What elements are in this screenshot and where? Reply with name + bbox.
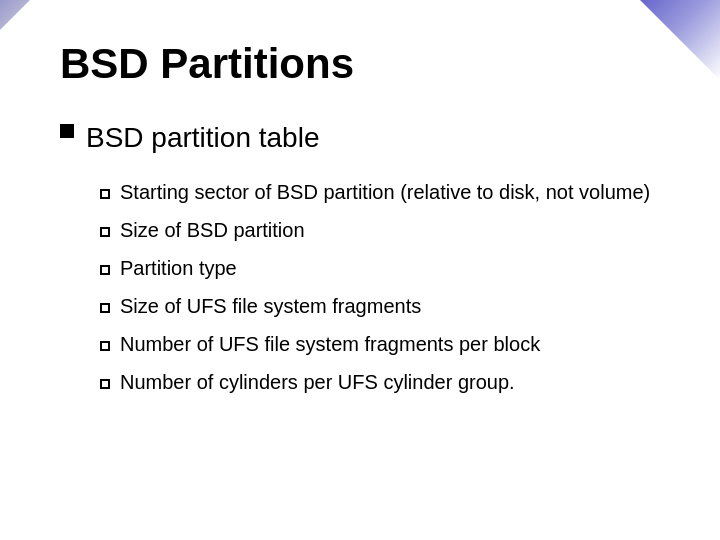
sub-bullet-marker-icon bbox=[100, 177, 110, 207]
sub-bullet-text: Number of UFS file system fragments per … bbox=[120, 329, 540, 359]
sub-bullet-marker-icon bbox=[100, 291, 110, 321]
sub-bullet-text: Starting sector of BSD partition (relati… bbox=[120, 177, 650, 207]
sub-bullet-text: Partition type bbox=[120, 253, 237, 283]
slide-content: BSD Partitions BSD partition table Start… bbox=[0, 0, 720, 445]
sub-bullet-item: Size of UFS file system fragments bbox=[100, 291, 660, 321]
main-bullet-item: BSD partition table bbox=[60, 118, 660, 157]
sub-bullet-text: Size of UFS file system fragments bbox=[120, 291, 421, 321]
sub-bullet-item: Number of cylinders per UFS cylinder gro… bbox=[100, 367, 660, 397]
sub-bullet-marker-icon bbox=[100, 329, 110, 359]
sub-bullets-list: Starting sector of BSD partition (relati… bbox=[100, 177, 660, 397]
sub-bullet-item: Size of BSD partition bbox=[100, 215, 660, 245]
sub-bullet-marker-icon bbox=[100, 253, 110, 283]
sub-bullet-item: Number of UFS file system fragments per … bbox=[100, 329, 660, 359]
slide-title: BSD Partitions bbox=[60, 40, 660, 88]
sub-bullet-item: Starting sector of BSD partition (relati… bbox=[100, 177, 660, 207]
sub-bullet-item: Partition type bbox=[100, 253, 660, 283]
sub-bullet-marker-icon bbox=[100, 215, 110, 245]
main-bullet-text: BSD partition table bbox=[86, 118, 319, 157]
bullet-square-icon bbox=[60, 124, 74, 138]
sub-bullet-text: Size of BSD partition bbox=[120, 215, 305, 245]
sub-bullet-text: Number of cylinders per UFS cylinder gro… bbox=[120, 367, 515, 397]
sub-bullet-marker-icon bbox=[100, 367, 110, 397]
